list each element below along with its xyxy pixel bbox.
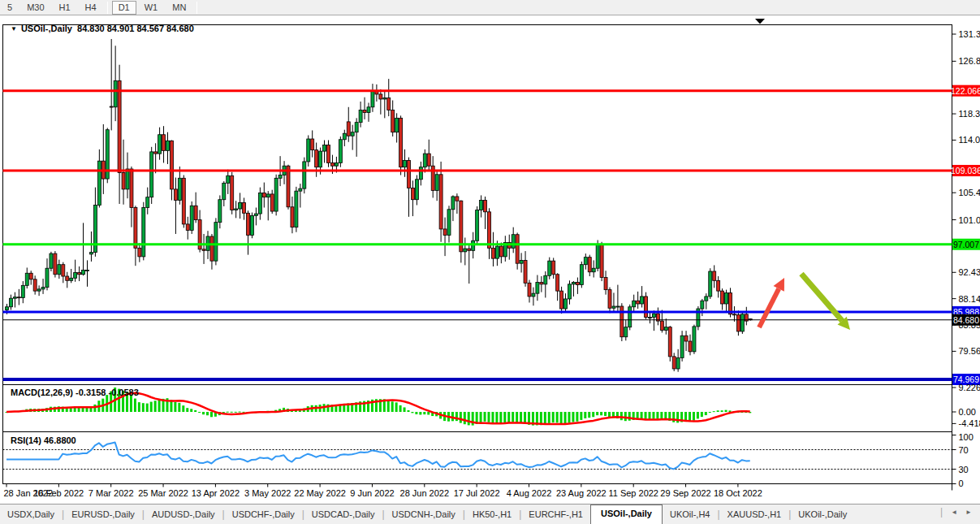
symbol-tab-usdx-daily[interactable]: USDX,Daily <box>0 506 62 524</box>
date-tick-label: 13 Apr 2022 <box>192 488 240 498</box>
symbol-tab-ukoil-daily[interactable]: UKOil-,Daily <box>791 506 854 524</box>
rsi-axis-label: 70 <box>959 445 969 455</box>
rsi-axis-label: 100 <box>959 432 974 442</box>
tab-scroll-controls: |◄► <box>935 504 980 524</box>
symbol-tab-bar: USDX,Daily|EURUSD-,Daily|AUDUSD-,Daily|U… <box>0 504 980 524</box>
date-tick-label: 25 Mar 2022 <box>138 488 188 498</box>
price-badge-text: 109.036 <box>951 166 980 175</box>
price-tick-label: 105.430 <box>959 188 980 197</box>
tab-scroll-left-icon[interactable]: ◄ <box>951 509 957 516</box>
symbol-tab-ukoil-h4[interactable]: UKOil-,H4 <box>663 506 718 524</box>
timeframe-button-mn[interactable]: MN <box>166 1 192 15</box>
macd-axis-label: 9.2266 <box>959 383 980 392</box>
rsi-axis-label: 30 <box>959 465 969 474</box>
price-tick-label: 92.430 <box>959 267 980 277</box>
macd-axis-label: 0.00 <box>959 407 976 417</box>
price-axis[interactable]: 131.300126.880118.300114.010105.430101.0… <box>951 29 980 385</box>
timeframe-button-w1[interactable]: W1 <box>138 1 165 15</box>
mt4-window: 5M30H1H4D1W1MN 131.300126.880118.300114.… <box>0 0 980 524</box>
toolbar-divider <box>196 2 197 14</box>
symbol-tab-usdcnh-daily[interactable]: USDCNH-,Daily <box>385 506 463 524</box>
tab-separator: | <box>940 504 943 522</box>
timeframe-button-h1[interactable]: H1 <box>53 1 77 15</box>
date-tick-label: 4 Aug 2022 <box>507 488 552 498</box>
timeframe-button-h4[interactable]: H4 <box>79 1 103 15</box>
date-tick-label: 29 Sep 2022 <box>660 488 710 498</box>
symbol-tab-hk50-h1[interactable]: HK50-,H1 <box>465 506 519 524</box>
symbol-tab-xauusd-h1[interactable]: XAUUSD-,H1 <box>720 506 789 524</box>
chart-region: 131.300126.880118.300114.010105.430101.0… <box>0 15 980 504</box>
date-tick-label: 17 Jul 2022 <box>454 488 500 498</box>
symbol-tab-usdcad-daily[interactable]: USDCAD-,Daily <box>304 506 382 524</box>
symbol-tab-usdchf-daily[interactable]: USDCHF-,Daily <box>225 506 302 524</box>
macd-axis-label: -4.4188 <box>959 418 980 428</box>
date-tick-label: 22 May 2022 <box>294 488 346 498</box>
price-tick-label: 79.560 <box>959 346 980 356</box>
price-tick-label: 101.010 <box>959 215 980 225</box>
timeframe-toolbar: 5M30H1H4D1W1MN <box>0 0 980 15</box>
date-tick-label: 18 Oct 2022 <box>714 488 762 498</box>
macd-panel[interactable] <box>3 385 952 432</box>
macd-axis[interactable]: 9.22660.00-4.4188 <box>952 383 980 428</box>
symbol-tab-audusd-daily[interactable]: AUDUSD-,Daily <box>145 506 222 524</box>
last-bar-marker-icon[interactable] <box>755 19 765 24</box>
toolbar-divider <box>107 2 108 14</box>
timeframe-button-m30[interactable]: M30 <box>20 1 50 15</box>
price-badge-text: 122.066 <box>951 86 980 96</box>
date-tick-label: 23 Aug 2022 <box>556 488 607 498</box>
price-tick-label: 131.300 <box>959 29 980 39</box>
rsi-axis-label: 0 <box>959 479 964 488</box>
price-tick-label: 118.300 <box>959 109 980 119</box>
symbol-tab-eurusd-daily[interactable]: EURUSD-,Daily <box>64 506 142 524</box>
price-badge-text: 97.007 <box>953 240 979 249</box>
price-tick-label: 88.140 <box>959 294 980 304</box>
price-tick-label: 126.880 <box>959 56 980 66</box>
symbol-tab-usoil-daily[interactable]: USOil-,Daily <box>590 505 663 524</box>
tab-scroll-right-icon[interactable]: ► <box>965 509 972 516</box>
chart-canvas: 131.300126.880118.300114.010105.430101.0… <box>0 15 980 504</box>
date-tick-label: 28 Jun 2022 <box>400 488 450 498</box>
date-tick-label: 7 Mar 2022 <box>89 488 134 498</box>
date-axis[interactable]: 28 Jan 202216 Feb 20227 Mar 202225 Mar 2… <box>4 484 952 498</box>
rsi-axis[interactable]: 10070300 <box>952 432 974 488</box>
date-tick-label: 3 May 2022 <box>244 488 291 498</box>
date-tick-label: 9 Jun 2022 <box>350 488 394 498</box>
timeframe-button-d1[interactable]: D1 <box>112 1 136 15</box>
timeframe-button-5[interactable]: 5 <box>1 1 19 15</box>
date-tick-label: 11 Sep 2022 <box>608 488 658 498</box>
price-badge-text: 84.680 <box>953 315 979 325</box>
date-tick-label: 16 Feb 2022 <box>33 488 84 498</box>
price-tick-label: 114.010 <box>959 135 980 145</box>
symbol-tab-eurchf-h1[interactable]: EURCHF-,H1 <box>521 506 590 524</box>
price-chart-panel[interactable] <box>3 25 952 385</box>
